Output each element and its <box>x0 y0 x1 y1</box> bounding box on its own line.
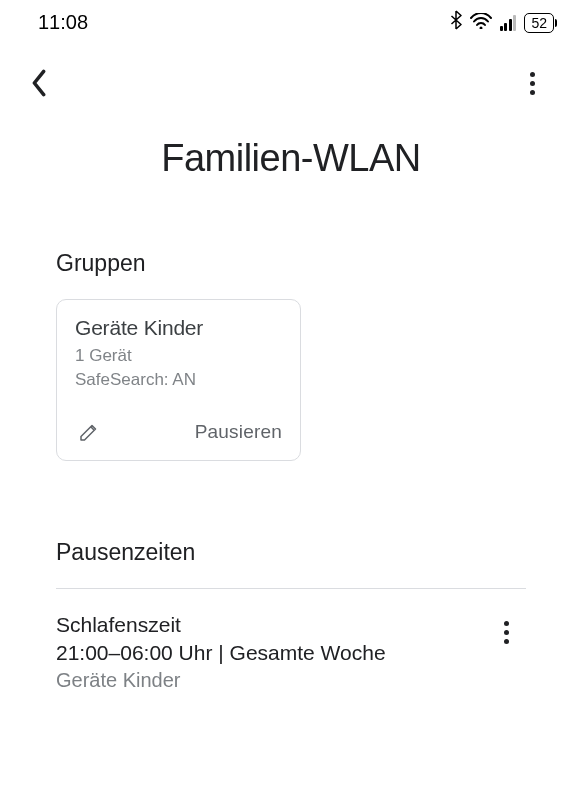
pause-times-header: Pausenzeiten <box>56 539 526 566</box>
schedule-item[interactable]: Schlafenszeit 21:00–06:00 Uhr | Gesamte … <box>56 611 526 693</box>
signal-icon <box>500 15 517 31</box>
more-vertical-icon <box>530 72 535 95</box>
edit-group-button[interactable] <box>75 418 103 446</box>
schedule-time: 21:00–06:00 Uhr | Gesamte Woche <box>56 639 486 667</box>
group-card-title: Geräte Kinder <box>75 316 282 340</box>
schedule-group: Geräte Kinder <box>56 669 486 692</box>
bluetooth-icon <box>450 10 462 35</box>
pencil-icon <box>79 422 99 442</box>
more-options-button[interactable] <box>512 63 552 103</box>
groups-section: Gruppen Geräte Kinder 1 Gerät SafeSearch… <box>0 250 582 461</box>
back-button[interactable] <box>30 63 70 103</box>
schedule-more-button[interactable] <box>486 613 526 653</box>
nav-bar <box>0 41 582 113</box>
chevron-left-icon <box>30 69 48 97</box>
more-vertical-icon <box>504 621 509 644</box>
wifi-icon <box>470 11 492 34</box>
group-device-count: 1 Gerät <box>75 344 282 368</box>
battery-indicator: 52 <box>524 13 554 33</box>
status-time: 11:08 <box>38 11 88 34</box>
status-icons: 52 <box>450 10 554 35</box>
status-bar: 11:08 52 <box>0 0 582 41</box>
group-safesearch: SafeSearch: AN <box>75 368 282 392</box>
schedule-name: Schlafenszeit <box>56 611 486 639</box>
groups-header: Gruppen <box>56 250 526 277</box>
page-title: Familien-WLAN <box>0 137 582 180</box>
divider <box>56 588 526 589</box>
group-card[interactable]: Geräte Kinder 1 Gerät SafeSearch: AN Pau… <box>56 299 301 461</box>
pause-times-section: Pausenzeiten Schlafenszeit 21:00–06:00 U… <box>0 539 582 693</box>
svg-point-0 <box>479 27 482 30</box>
pause-group-button[interactable]: Pausieren <box>195 421 282 443</box>
